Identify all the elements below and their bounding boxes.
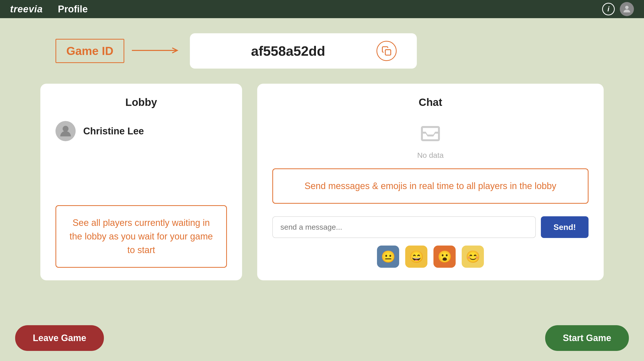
emoji-button-happy[interactable]: 😄 — [405, 246, 427, 268]
header-actions: i — [602, 2, 634, 16]
lobby-title: Lobby — [55, 96, 227, 108]
profile-link[interactable]: Profile — [58, 4, 88, 15]
app-logo: treevia — [10, 4, 43, 15]
no-data-text: No data — [417, 151, 444, 160]
lobby-tooltip: See all players currently waiting in the… — [55, 205, 227, 268]
send-button[interactable]: Send! — [541, 216, 589, 238]
bottom-bar: Leave Game Start Game — [15, 325, 629, 351]
info-icon-label: i — [607, 5, 609, 13]
game-id-label: Game ID — [55, 39, 124, 63]
header: treevia Profile i — [0, 0, 644, 18]
svg-point-0 — [625, 6, 628, 9]
emoji-row: 😐 😄 😮 😊 — [272, 246, 589, 268]
content-columns: Lobby Christine Lee See all players curr… — [40, 84, 604, 280]
main-content: Game ID af558a52dd Lobby — [0, 18, 644, 295]
game-id-value-box: af558a52dd — [190, 33, 417, 69]
lobby-card: Lobby Christine Lee See all players curr… — [40, 84, 242, 280]
svg-point-3 — [63, 126, 68, 132]
chat-no-data: No data — [272, 118, 589, 168]
chat-input[interactable] — [272, 216, 536, 238]
player-avatar — [55, 121, 76, 141]
svg-rect-2 — [385, 50, 391, 55]
lobby-tooltip-text: See all players currently waiting in the… — [69, 216, 214, 257]
info-icon[interactable]: i — [602, 3, 615, 15]
chat-title: Chat — [272, 96, 589, 108]
emoji-button-neutral[interactable]: 😐 — [377, 246, 399, 268]
chat-input-row: Send! — [272, 216, 589, 238]
copy-button[interactable] — [376, 41, 397, 61]
player-name: Christine Lee — [83, 126, 144, 137]
game-id-section: Game ID af558a52dd — [55, 33, 604, 69]
leave-game-button[interactable]: Leave Game — [15, 325, 104, 351]
game-id-value: af558a52dd — [210, 43, 366, 59]
avatar-icon — [622, 4, 632, 14]
emoji-button-surprised[interactable]: 😮 — [433, 246, 456, 268]
chat-card: Chat No data Send messages & emojis in r… — [257, 84, 604, 280]
game-id-arrow — [132, 47, 182, 55]
chat-tooltip-text: Send messages & emojis in real time to a… — [286, 179, 575, 193]
player-row: Christine Lee — [55, 118, 227, 144]
copy-icon — [382, 46, 392, 56]
inbox-icon — [419, 122, 442, 146]
emoji-button-smile[interactable]: 😊 — [462, 246, 484, 268]
start-game-button[interactable]: Start Game — [545, 325, 629, 351]
user-avatar[interactable] — [620, 2, 634, 16]
chat-tooltip: Send messages & emojis in real time to a… — [272, 168, 589, 204]
player-avatar-icon — [58, 124, 73, 138]
